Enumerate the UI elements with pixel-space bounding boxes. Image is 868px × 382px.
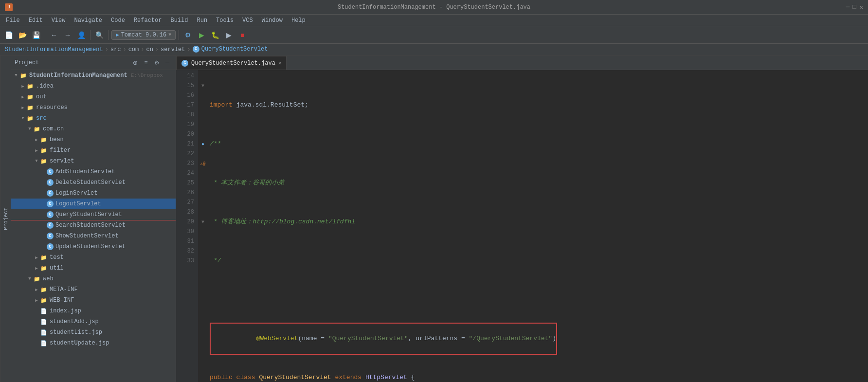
breadcrumb-servlet[interactable]: servlet: [161, 46, 185, 53]
breadcrumb-com[interactable]: com: [128, 46, 139, 53]
menu-run[interactable]: Run: [193, 16, 211, 25]
tree-item-filter[interactable]: ▶ 📁 filter: [11, 145, 176, 156]
make-btn[interactable]: ⚙: [182, 29, 194, 41]
tree-item-idea[interactable]: ▶ 📁 .idea: [11, 81, 176, 91]
maximize-icon[interactable]: □: [852, 3, 856, 11]
ln-27: 27: [176, 198, 194, 207]
menu-navigate[interactable]: Navigate: [70, 16, 106, 25]
gutter-20: [198, 129, 208, 139]
tree-item-login[interactable]: C LoginServlet: [11, 188, 176, 199]
breadcrumb-cn[interactable]: cn: [146, 46, 153, 53]
run-btn[interactable]: ▶: [196, 29, 207, 41]
tree-label-showstudent: ShowStudentServlet: [55, 233, 119, 239]
tree-item-metainf[interactable]: ▶ 📁 META-INF: [11, 284, 176, 295]
arrow-space-sl: [33, 329, 40, 336]
gutter-19: [198, 120, 208, 129]
forward-btn[interactable]: →: [62, 29, 73, 41]
tree-item-studentadd[interactable]: 📄 studentAdd.jsp: [11, 316, 176, 327]
breadcrumb-class[interactable]: CQueryStudentServlet: [193, 46, 268, 53]
panel-title: Project: [15, 59, 128, 66]
menu-file[interactable]: File: [2, 16, 24, 25]
menu-code[interactable]: Code: [107, 16, 129, 25]
toolbar: 📄 📂 💾 ← → 👤 🔍 ▶ Tomcat 9.0.16 ▼ ⚙ ▶ 🐛 ▶ …: [0, 26, 868, 44]
menu-vcs[interactable]: VCS: [238, 16, 257, 25]
tree-item-deletestudent[interactable]: C DeleteStudentServlet: [11, 177, 176, 188]
arrow-space7: [40, 233, 47, 239]
arrow-src: ▼: [19, 115, 26, 122]
arrow-filter: ▶: [33, 147, 40, 154]
tree-item-resources[interactable]: ▶ 📁 resources: [11, 102, 176, 113]
tree-item-studentlist[interactable]: 📄 studentList.jsp: [11, 327, 176, 338]
menu-view[interactable]: View: [48, 16, 70, 25]
breadcrumb-root[interactable]: StudentInformationManagement: [5, 46, 103, 53]
menu-window[interactable]: Window: [258, 16, 287, 25]
arrow-space2: [40, 179, 47, 186]
panel-scope-btn[interactable]: ⊕: [131, 58, 140, 67]
minimize-icon[interactable]: ─: [846, 3, 850, 11]
stop-btn[interactable]: ■: [236, 29, 248, 41]
ln-23: 23: [176, 159, 194, 168]
tree-item-logout[interactable]: C LogoutServlet: [11, 199, 176, 209]
sep1: [45, 30, 45, 40]
plain-19: [210, 295, 214, 305]
menu-help[interactable]: Help: [288, 16, 309, 25]
project-side-tab[interactable]: Project: [0, 55, 11, 382]
folder-icon-bean: 📁: [40, 136, 48, 144]
tree-item-out[interactable]: ▶ 📁 out: [11, 91, 176, 102]
tab-querystudent[interactable]: C QueryStudentServlet.java ✕: [176, 56, 287, 70]
plain-20b: name =: [302, 335, 328, 342]
tree-item-src[interactable]: ▼ 📁 src: [11, 113, 176, 124]
tree-item-util[interactable]: ▶ 📁 util: [11, 263, 176, 273]
tree-item-web[interactable]: ▼ 📁 web: [11, 273, 176, 284]
run-config-selector[interactable]: ▶ Tomcat 9.0.16 ▼: [111, 30, 176, 40]
tree-label-updatestudent: UpdateStudentServlet: [55, 243, 126, 250]
panel-collapse-btn[interactable]: ≡: [142, 58, 150, 67]
tree-item-index[interactable]: 📄 index.jsp: [11, 306, 176, 316]
breadcrumb-src[interactable]: src: [110, 46, 121, 53]
menu-edit[interactable]: Edit: [25, 16, 47, 25]
tree-item-servlet[interactable]: ▼ 📁 servlet: [11, 156, 176, 166]
tab-close-btn[interactable]: ✕: [278, 60, 282, 66]
open-btn[interactable]: 📂: [17, 29, 28, 41]
debug-btn[interactable]: 🐛: [209, 29, 221, 41]
code-area[interactable]: import java.sql.ResultSet; /** * 本文作者：谷哥…: [208, 70, 868, 382]
new-file-btn[interactable]: 📄: [3, 29, 15, 41]
tree-item-addstudent[interactable]: C AddStudentServlet: [11, 166, 176, 177]
search-everywhere-btn[interactable]: 🔍: [93, 29, 105, 41]
close-icon[interactable]: ✕: [859, 3, 863, 11]
tree-item-bean[interactable]: ▶ 📁 bean: [11, 134, 176, 145]
arrow-space3: [40, 190, 47, 197]
cmt-17: * 博客地址：http://blog.csdn.net/lfdfhl: [210, 217, 355, 227]
tree-item-showstudent[interactable]: C ShowStudentServlet: [11, 231, 176, 241]
tree-item-test[interactable]: ▶ 📁 test: [11, 252, 176, 263]
save-btn[interactable]: 💾: [30, 29, 42, 41]
menu-refactor[interactable]: Refactor: [130, 16, 166, 25]
arrow-space1: [40, 168, 47, 175]
arrow-root: ▼: [13, 72, 19, 79]
menu-build[interactable]: Build: [166, 16, 192, 25]
tree-item-root[interactable]: ▼ 📁 StudentInformationManagement E:\Drop…: [11, 70, 176, 81]
tree-item-updatestudent[interactable]: C UpdateStudentServlet: [11, 241, 176, 252]
sep3: [108, 30, 108, 40]
tree-label-comcn: com.cn: [43, 126, 64, 132]
ln-20: 20: [176, 129, 194, 139]
ln-15: 15: [176, 81, 194, 91]
folder-icon-metainf: 📁: [40, 286, 48, 293]
tree-label-addstudent: AddStudentServlet: [55, 168, 115, 175]
panel-minimize-btn[interactable]: ─: [163, 58, 172, 67]
project-panel: Project ⊕ ≡ ⚙ ─ ▼ 📁 StudentInformationMa…: [11, 55, 176, 382]
menu-tools[interactable]: Tools: [212, 16, 237, 25]
kw-public: public: [210, 373, 236, 382]
tree-label-studentadd: studentAdd.jsp: [50, 318, 99, 325]
panel-settings-btn[interactable]: ⚙: [152, 58, 161, 67]
user-btn[interactable]: 👤: [75, 29, 87, 41]
tree-item-webinf[interactable]: ▶ 📁 WEB-INF: [11, 295, 176, 306]
app-icon: J: [5, 3, 13, 11]
tree-item-comcn[interactable]: ▼ 📁 com.cn: [11, 124, 176, 134]
tree-item-querystudent[interactable]: C QueryStudentServlet: [11, 209, 176, 220]
back-btn[interactable]: ←: [48, 29, 60, 41]
ln-16: 16: [176, 91, 194, 100]
coverage-btn[interactable]: ▶: [223, 29, 235, 41]
tree-item-searchstudent[interactable]: C SearchStudentServlet: [11, 220, 176, 231]
tree-item-studentupdate[interactable]: 📄 studentUpdate.jsp: [11, 338, 176, 348]
